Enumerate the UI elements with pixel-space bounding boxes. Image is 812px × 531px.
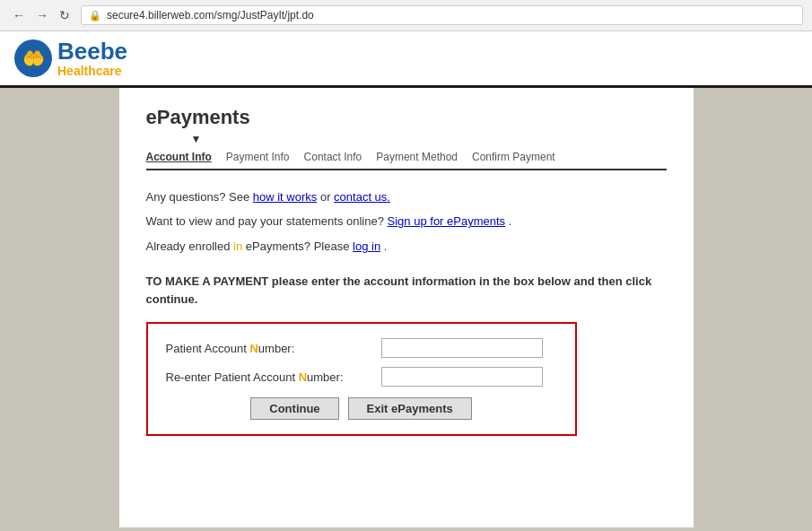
form-box: Patient Account Number: Re-enter Patient… [146,322,577,436]
step-payment-info[interactable]: Payment Info [219,149,297,165]
url-text: secure4.billerweb.com/smg/JustPayIt/jpt.… [107,9,314,22]
info-line3-mid: ePayments? Please [246,239,353,253]
signup-link[interactable]: Sign up for ePayments [388,214,506,228]
steps-nav: Account Info Payment Info Contact Info P… [146,149,667,170]
bold-instruction: TO MAKE A PAYMENT please enter the accou… [146,273,667,308]
info-line-2: Want to view and pay your statements onl… [146,213,667,231]
form-buttons: Continue Exit ePayments [166,397,557,420]
contact-us-link[interactable]: contact us. [334,190,390,204]
step-confirm-payment[interactable]: Confirm Payment [465,149,563,165]
label1-post: umber: [258,342,294,355]
login-link[interactable]: log in [353,239,380,253]
continue-button[interactable]: Continue [250,397,338,420]
logo-container: 🤲 Beebe Healthcare [14,39,127,78]
info-line3-post: . [384,239,388,253]
logo-text: Beebe Healthcare [57,39,127,78]
patient-account-input[interactable] [381,338,543,358]
label2-pre: Re-enter Patient Account [166,370,299,384]
reenter-account-label: Re-enter Patient Account Number: [166,370,381,384]
reenter-account-input[interactable] [381,367,543,387]
logo-icon: 🤲 [14,39,52,77]
info-highlight-in: in [233,239,242,253]
info-section: Any questions? See how it works or conta… [146,188,667,256]
address-bar[interactable]: 🔒 secure4.billerweb.com/smg/JustPayIt/jp… [81,5,803,25]
browser-chrome: ← → ↻ 🔒 secure4.billerweb.com/smg/JustPa… [0,0,812,31]
main-wrapper: ePayments ▼ Account Info Payment Info Co… [0,88,812,527]
info-line-1: Any questions? See how it works or conta… [146,188,667,206]
site-header: 🤲 Beebe Healthcare [0,31,812,88]
how-it-works-link[interactable]: how it works [253,190,318,204]
label1-highlight: N [249,342,258,355]
label1-pre: Patient Account [166,342,250,355]
reload-button[interactable]: ↻ [56,6,74,24]
info-line2-post: . [509,214,512,228]
label2-post: umber: [307,370,343,384]
page-title: ePayments [146,106,667,129]
info-line-3: Already enrolled in ePayments? Please lo… [146,238,667,256]
exit-button[interactable]: Exit ePayments [348,397,472,420]
patient-account-label: Patient Account Number: [166,342,381,355]
content-panel: ePayments ▼ Account Info Payment Info Co… [119,88,694,527]
info-line2-pre: Want to view and pay your statements onl… [146,214,388,228]
step-payment-method[interactable]: Payment Method [369,149,465,165]
patient-account-row: Patient Account Number: [166,338,557,358]
back-button[interactable]: ← [9,6,29,24]
logo-symbol: 🤲 [22,48,45,69]
label2-highlight: N [299,370,307,384]
nav-buttons: ← → ↻ [9,6,74,24]
title-arrow: ▼ [191,133,667,145]
lock-icon: 🔒 [89,10,101,22]
step-account-info[interactable]: Account Info [146,149,219,165]
info-line1-mid: or [320,190,334,204]
info-line3-pre: Already enrolled [146,239,234,253]
reenter-account-row: Re-enter Patient Account Number: [166,367,557,387]
info-line1-pre: Any questions? See [146,190,253,204]
step-contact-info[interactable]: Contact Info [297,149,370,165]
logo-name: Beebe [57,39,127,65]
logo-subtitle: Healthcare [57,65,127,78]
forward-button[interactable]: → [32,6,52,24]
